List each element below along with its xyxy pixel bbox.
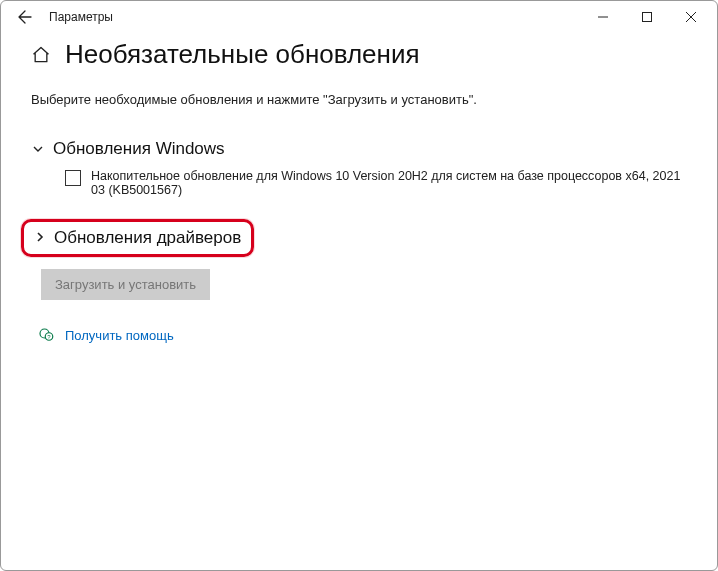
section-windows-updates: Обновления Windows Накопительное обновле… <box>31 137 687 209</box>
chevron-right-icon <box>34 229 46 247</box>
update-label: Накопительное обновление для Windows 10 … <box>91 169 687 197</box>
maximize-button[interactable] <box>625 1 669 33</box>
title-bar: Параметры <box>1 1 717 33</box>
help-row: ? Получить помощь <box>37 326 687 344</box>
section-header-windows[interactable]: Обновления Windows <box>31 137 687 161</box>
section-body-windows: Накопительное обновление для Windows 10 … <box>31 161 687 209</box>
page-title: Необязательные обновления <box>65 39 420 70</box>
update-item[interactable]: Накопительное обновление для Windows 10 … <box>65 169 687 197</box>
chevron-down-icon <box>31 142 45 156</box>
close-button[interactable] <box>669 1 713 33</box>
window-title: Параметры <box>49 10 113 24</box>
checkbox[interactable] <box>65 170 81 186</box>
download-install-button: Загрузить и установить <box>41 269 210 300</box>
page-header: Необязательные обновления <box>31 39 687 70</box>
help-icon: ? <box>37 326 55 344</box>
section-driver-updates[interactable]: Обновления драйверов <box>21 219 254 257</box>
page-description: Выберите необходимые обновления и нажмит… <box>31 92 687 107</box>
minimize-icon <box>598 12 608 22</box>
close-icon <box>686 12 696 22</box>
maximize-icon <box>642 12 652 22</box>
back-button[interactable] <box>5 1 45 33</box>
home-icon[interactable] <box>31 45 51 65</box>
section-title-windows: Обновления Windows <box>53 139 225 159</box>
content-area: Необязательные обновления Выберите необх… <box>1 33 717 344</box>
help-link[interactable]: Получить помощь <box>65 328 174 343</box>
svg-rect-1 <box>643 13 652 22</box>
section-title-drivers: Обновления драйверов <box>54 228 241 248</box>
minimize-button[interactable] <box>581 1 625 33</box>
window-controls <box>581 1 713 33</box>
arrow-left-icon <box>17 9 33 25</box>
